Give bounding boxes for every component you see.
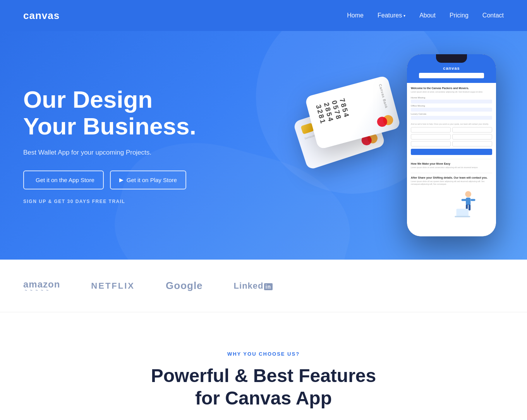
trial-text: SIGN UP & GET 30 DAYS FREE TRAIL: [23, 199, 217, 204]
features-section: WHY YOU CHOOSE US? Powerful & Best Featu…: [0, 312, 527, 420]
phone-cta-button: [411, 149, 492, 155]
phone-input-6: [452, 141, 492, 146]
phone-section: How We Make your Move Easy Lorem ipsum d…: [411, 159, 492, 169]
phone-nav-label-1: Home Moving: [411, 96, 492, 99]
nav-links: Home Features ▾ About Pricing Contact: [347, 12, 504, 19]
head: [465, 191, 471, 197]
phone-section-text2: Lorem ipsum dolor all sec queem dolor ad…: [411, 180, 492, 186]
partner-google: Google: [166, 280, 203, 292]
credit-card-front: Canvas Bank 7854057828543281: [305, 75, 401, 150]
phone-input-1: [411, 127, 451, 133]
features-eyebrow: WHY YOU CHOOSE US?: [23, 351, 504, 357]
phone-nav-label-2: Office Moving: [411, 105, 492, 107]
phone-input-2: [452, 127, 492, 133]
phone-input-3: [411, 134, 451, 139]
phone-input-5: [411, 141, 451, 146]
hero-buttons: Get it on the App Store ▶ Get it on Play…: [23, 170, 217, 189]
hero-section: Our Design Your Business. Best Wallet Ap…: [0, 31, 527, 260]
phone-section-title2: After Share your Shifting details. Our t…: [411, 176, 492, 179]
phone-nav-label-3: Luxury Canvas: [411, 113, 492, 115]
play-icon: ▶: [119, 177, 124, 183]
phone-form-label: And so we're here to help. Once you send…: [411, 123, 492, 126]
phone-input-4: [452, 134, 492, 139]
person-svg: [450, 190, 477, 221]
nav-link-about[interactable]: About: [419, 12, 436, 19]
nav-item-home[interactable]: Home: [347, 12, 364, 19]
nav-item-about[interactable]: About: [419, 12, 436, 19]
card-number: 7854057828543281: [314, 98, 351, 126]
phone-nav-item-1: [411, 100, 492, 103]
features-title: Powerful & Best Features for Canvas App: [23, 365, 504, 409]
phone-welcome: Welcome to the Canvas Packers and Movers…: [411, 87, 492, 90]
laptop-screen: [457, 209, 469, 216]
partner-amazon: amazon ~~~~~: [23, 279, 60, 293]
hero-subtitle: Best Wallet App for your upcoming Projec…: [23, 149, 217, 157]
nav-link-pricing[interactable]: Pricing: [450, 12, 469, 19]
partners-logos: amazon ~~~~~ NETFLIX Google Linkedin: [23, 279, 504, 293]
phone-subtext: Lorem ipsum dolor sit amet, consectetur …: [411, 91, 492, 93]
nav-link-contact[interactable]: Contact: [482, 12, 504, 19]
hero-title: Our Design Your Business.: [23, 86, 217, 139]
partners-section: amazon ~~~~~ NETFLIX Google Linkedin: [0, 260, 527, 312]
phone-notch: [436, 54, 467, 63]
brand-logo[interactable]: canvas: [23, 10, 60, 22]
nav-link-features[interactable]: Features ▾: [378, 12, 405, 19]
phone-input-row-1: [411, 127, 492, 133]
phone-input-row-2: [411, 134, 492, 139]
nav-item-contact[interactable]: Contact: [482, 12, 504, 19]
phone-section-title: How We Make your Move Easy: [411, 162, 492, 165]
navbar: canvas Home Features ▾ About Pricing Con…: [0, 0, 527, 31]
phone-input-row-3: [411, 141, 492, 146]
partner-linkedin: Linkedin: [234, 281, 273, 291]
phone-section2: After Share your Shifting details. Our t…: [411, 173, 492, 186]
phone-nav-item-2: [411, 108, 492, 112]
nav-link-home[interactable]: Home: [347, 12, 364, 19]
linkedin-in: in: [264, 283, 273, 290]
right-leg: [469, 204, 470, 210]
phone-brand: canvas: [411, 66, 492, 71]
right-arm: [470, 199, 475, 201]
mastercard-logo-2: [376, 114, 394, 128]
body: [466, 198, 470, 205]
play-store-button[interactable]: ▶ Get it on Play Store: [110, 170, 186, 189]
nav-item-features[interactable]: Features ▾: [378, 12, 405, 19]
phone-section-text: Lorem ipsum dolor sit amet consectetur a…: [411, 166, 492, 169]
hero-visual: Semicolonweb Inc. Canvas Bank 7854057828…: [217, 54, 504, 236]
left-arm: [462, 199, 469, 201]
nav-item-pricing[interactable]: Pricing: [450, 12, 469, 19]
app-store-button[interactable]: Get it on the App Store: [23, 170, 104, 189]
person-illustration: [450, 190, 481, 225]
card-bank-label: Canvas Bank: [378, 84, 388, 109]
chevron-down-icon: ▾: [403, 14, 405, 18]
laptop-base: [455, 216, 470, 217]
hero-content: Our Design Your Business. Best Wallet Ap…: [23, 86, 217, 204]
partner-netflix: NETFLIX: [91, 281, 135, 291]
phone-nav-item-3: [411, 116, 492, 120]
